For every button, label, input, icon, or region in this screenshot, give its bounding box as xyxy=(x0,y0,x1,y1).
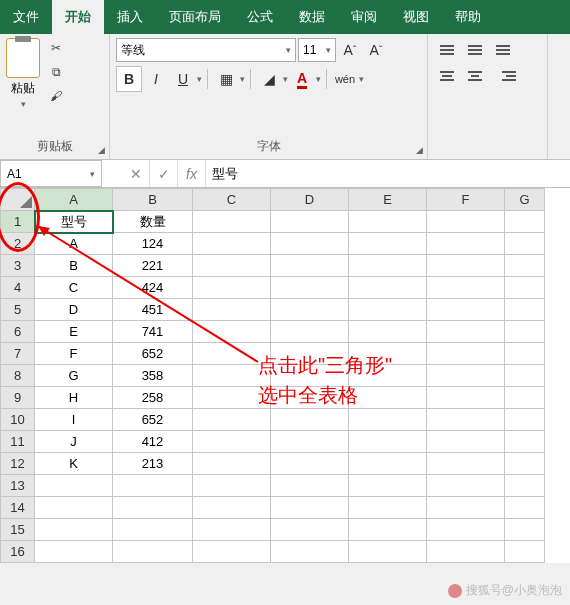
cell-F7[interactable] xyxy=(427,343,505,365)
cell-D3[interactable] xyxy=(271,255,349,277)
cell-E10[interactable] xyxy=(349,409,427,431)
cell-D11[interactable] xyxy=(271,431,349,453)
cell-C5[interactable] xyxy=(193,299,271,321)
tab-data[interactable]: 数据 xyxy=(286,0,338,34)
cell-G7[interactable] xyxy=(505,343,545,365)
cell-C14[interactable] xyxy=(193,497,271,519)
column-header-B[interactable]: B xyxy=(113,189,193,211)
cell-C12[interactable] xyxy=(193,453,271,475)
cell-E3[interactable] xyxy=(349,255,427,277)
cell-B10[interactable]: 652 xyxy=(113,409,193,431)
cell-A5[interactable]: D xyxy=(35,299,113,321)
cell-B11[interactable]: 412 xyxy=(113,431,193,453)
align-left-button[interactable] xyxy=(434,64,460,88)
column-header-A[interactable]: A xyxy=(35,189,113,211)
align-center-button[interactable] xyxy=(462,64,488,88)
cell-E14[interactable] xyxy=(349,497,427,519)
name-box[interactable]: A1 ▾ xyxy=(0,160,102,187)
cell-B7[interactable]: 652 xyxy=(113,343,193,365)
font-color-button[interactable]: A xyxy=(289,66,315,92)
cell-G4[interactable] xyxy=(505,277,545,299)
cell-C13[interactable] xyxy=(193,475,271,497)
font-dialog-launcher[interactable]: ◢ xyxy=(416,145,423,155)
tab-file[interactable]: 文件 xyxy=(0,0,52,34)
select-all-corner[interactable] xyxy=(1,189,35,211)
cell-D1[interactable] xyxy=(271,211,349,233)
cell-D15[interactable] xyxy=(271,519,349,541)
fx-button[interactable]: fx xyxy=(178,160,206,187)
cell-E15[interactable] xyxy=(349,519,427,541)
row-header-16[interactable]: 16 xyxy=(1,541,35,563)
row-header-11[interactable]: 11 xyxy=(1,431,35,453)
cell-D2[interactable] xyxy=(271,233,349,255)
cell-A2[interactable]: A xyxy=(35,233,113,255)
cell-A6[interactable]: E xyxy=(35,321,113,343)
cell-B5[interactable]: 451 xyxy=(113,299,193,321)
cell-F2[interactable] xyxy=(427,233,505,255)
cell-C11[interactable] xyxy=(193,431,271,453)
cell-D6[interactable] xyxy=(271,321,349,343)
cell-B1[interactable]: 数量 xyxy=(113,211,193,233)
cell-B13[interactable] xyxy=(113,475,193,497)
cell-G13[interactable] xyxy=(505,475,545,497)
cell-E1[interactable] xyxy=(349,211,427,233)
grow-font-button[interactable]: Aˆ xyxy=(338,38,362,62)
row-header-8[interactable]: 8 xyxy=(1,365,35,387)
cell-A3[interactable]: B xyxy=(35,255,113,277)
row-header-4[interactable]: 4 xyxy=(1,277,35,299)
cell-D10[interactable] xyxy=(271,409,349,431)
italic-button[interactable]: I xyxy=(143,66,169,92)
cell-C8[interactable] xyxy=(193,365,271,387)
cell-E16[interactable] xyxy=(349,541,427,563)
row-header-15[interactable]: 15 xyxy=(1,519,35,541)
tab-home[interactable]: 开始 xyxy=(52,0,104,34)
column-header-D[interactable]: D xyxy=(271,189,349,211)
align-right-button[interactable] xyxy=(490,64,516,88)
cell-B3[interactable]: 221 xyxy=(113,255,193,277)
cell-E8[interactable] xyxy=(349,365,427,387)
cell-G1[interactable] xyxy=(505,211,545,233)
row-header-2[interactable]: 2 xyxy=(1,233,35,255)
cell-D8[interactable] xyxy=(271,365,349,387)
cell-C15[interactable] xyxy=(193,519,271,541)
cell-G12[interactable] xyxy=(505,453,545,475)
cell-G5[interactable] xyxy=(505,299,545,321)
phonetic-button[interactable]: wén xyxy=(332,66,358,92)
clipboard-dialog-launcher[interactable]: ◢ xyxy=(98,145,105,155)
row-header-14[interactable]: 14 xyxy=(1,497,35,519)
cell-D14[interactable] xyxy=(271,497,349,519)
cell-E6[interactable] xyxy=(349,321,427,343)
cell-A11[interactable]: J xyxy=(35,431,113,453)
cell-B2[interactable]: 124 xyxy=(113,233,193,255)
row-header-13[interactable]: 13 xyxy=(1,475,35,497)
cell-A15[interactable] xyxy=(35,519,113,541)
cell-B4[interactable]: 424 xyxy=(113,277,193,299)
cell-F3[interactable] xyxy=(427,255,505,277)
shrink-font-button[interactable]: Aˇ xyxy=(364,38,388,62)
row-header-9[interactable]: 9 xyxy=(1,387,35,409)
cell-C3[interactable] xyxy=(193,255,271,277)
cell-A1[interactable]: 型号 xyxy=(35,211,113,233)
cell-E9[interactable] xyxy=(349,387,427,409)
column-header-F[interactable]: F xyxy=(427,189,505,211)
cell-G2[interactable] xyxy=(505,233,545,255)
cell-C6[interactable] xyxy=(193,321,271,343)
cell-F5[interactable] xyxy=(427,299,505,321)
cell-G6[interactable] xyxy=(505,321,545,343)
cell-G14[interactable] xyxy=(505,497,545,519)
cell-D5[interactable] xyxy=(271,299,349,321)
paste-button[interactable]: 粘贴 ▾ xyxy=(6,38,40,109)
tab-layout[interactable]: 页面布局 xyxy=(156,0,234,34)
cell-C4[interactable] xyxy=(193,277,271,299)
cell-D12[interactable] xyxy=(271,453,349,475)
cell-F13[interactable] xyxy=(427,475,505,497)
tab-view[interactable]: 视图 xyxy=(390,0,442,34)
row-header-1[interactable]: 1 xyxy=(1,211,35,233)
row-header-7[interactable]: 7 xyxy=(1,343,35,365)
fill-color-button[interactable]: ◢ xyxy=(256,66,282,92)
cell-E4[interactable] xyxy=(349,277,427,299)
cell-A12[interactable]: K xyxy=(35,453,113,475)
cell-D13[interactable] xyxy=(271,475,349,497)
align-bottom-button[interactable] xyxy=(490,38,516,62)
cell-A9[interactable]: H xyxy=(35,387,113,409)
